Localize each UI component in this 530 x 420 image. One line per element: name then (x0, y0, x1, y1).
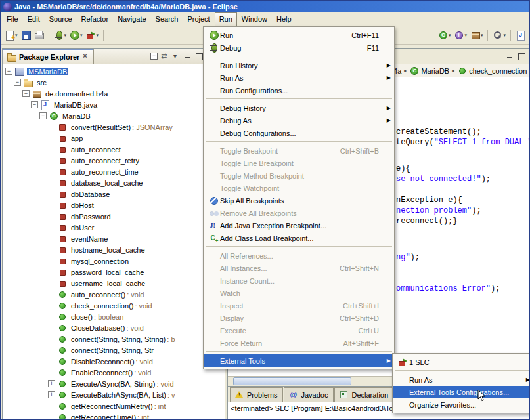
tree-item-dbhost[interactable]: dbHost (3, 200, 225, 211)
tree-item-executeasync-ba-string[interactable]: +ExecuteASync(BA, String) : void (3, 378, 225, 389)
menubar-item-edit[interactable]: Edit (23, 12, 45, 26)
menu-item-debug-history[interactable]: Debug History▶ (204, 102, 393, 114)
menu-item-instance-count[interactable]: Instance Count... (204, 274, 393, 287)
menubar-item-project[interactable]: Project (183, 12, 214, 26)
external-tools-button[interactable]: ▾ (85, 28, 100, 42)
menu-item-display[interactable]: DisplayCtrl+Shift+D (204, 312, 393, 324)
menu-item-add-class-load-breakpoint[interactable]: Add Class Load Breakpoint... (204, 232, 393, 244)
tree-item-auto-reconnect-time[interactable]: auto_reconnect_time (3, 166, 225, 177)
maximize-view-icon[interactable] (194, 51, 204, 61)
menu-item-toggle-line-breakpoint[interactable]: Toggle Line Breakpoint (204, 157, 393, 169)
menubar-item-run[interactable]: Run (215, 12, 237, 26)
menu-item-remove-all-breakpoints[interactable]: Remove All Breakpoints (204, 207, 393, 219)
maximize-editor-icon[interactable] (516, 51, 526, 61)
menubar-item-refactor[interactable]: Refactor (77, 12, 114, 26)
tree-item-check-connection[interactable]: check_connection() : void (3, 300, 225, 311)
run-button[interactable]: ▾ (68, 28, 84, 42)
new-package-button[interactable]: ▾ (469, 28, 485, 42)
menubar-item-help[interactable]: Help (272, 12, 296, 26)
console-tab-problems[interactable]: Problems (230, 387, 283, 402)
tree-item-hostname-local-cache[interactable]: hostname_local_cache (3, 244, 225, 255)
tree-item-getreconnecttime[interactable]: getReconnectTime() : int (3, 411, 225, 419)
menu-item-run-history[interactable]: Run History▶ (204, 59, 393, 72)
expand-expander-icon[interactable]: + (48, 391, 55, 398)
new-class-button[interactable]: ▾ (437, 28, 453, 42)
collapse-expander-icon[interactable]: − (22, 90, 30, 97)
tree-item-password-local-cache[interactable]: password_local_cache (3, 266, 225, 278)
search-button[interactable]: ▾ (491, 28, 507, 42)
tree-item-connect-string-string-string[interactable]: connect(String, String, String) : b (3, 333, 225, 345)
tree-item-mysql-connection[interactable]: mysql_connection (3, 255, 225, 266)
menu-item-toggle-watchpoint[interactable]: Toggle Watchpoint (204, 182, 393, 194)
menubar-item-navigate[interactable]: Navigate (113, 12, 150, 26)
menu-item-run[interactable]: RunCtrl+F11 (204, 29, 393, 41)
tree-item-dbpassword[interactable]: dbPassword (3, 211, 225, 222)
menu-item-toggle-method-breakpoint[interactable]: Toggle Method Breakpoint (204, 169, 393, 182)
tree-item-executebatchasync-ba-list[interactable]: +ExecuteBatchASync(BA, List) : v (3, 389, 225, 400)
menu-item-external-tools-configurations[interactable]: External Tools Configurations... (393, 386, 530, 398)
menu-item-organize-favorites[interactable]: Organize Favorites... (393, 398, 530, 411)
collapse-expander-icon[interactable]: − (31, 101, 38, 108)
console-tab-javadoc[interactable]: Javadoc (284, 387, 334, 402)
tree-item-mariadb-java[interactable]: −MariaDB.java (3, 99, 225, 110)
tree-item-de-donmanfred-b4a[interactable]: −de.donmanfred.b4a (3, 88, 225, 99)
menu-item-add-java-exception-breakpoint[interactable]: Add Java Exception Breakpoint... (204, 219, 393, 232)
tree-item-convert-resultset[interactable]: convert(ResultSet) : JSONArray (3, 121, 225, 133)
breadcrumb-item-check-connection[interactable]: check_connection (457, 66, 527, 75)
titlebar[interactable]: Java - MSMariaDB/src/de/donmanfred/b4a/M… (1, 1, 529, 12)
scrollbar-thumb[interactable] (233, 377, 351, 385)
menubar-item-source[interactable]: Source (45, 12, 77, 26)
menu-item-watch[interactable]: Watch (204, 287, 393, 299)
tree-item-dbdatabase[interactable]: dbDatabase (3, 188, 225, 200)
new-wizard-button[interactable]: ▾ (3, 28, 19, 42)
print-button[interactable] (33, 28, 45, 42)
tree-item-database-local-cache[interactable]: database_local_cache (3, 177, 225, 188)
expand-expander-icon[interactable]: + (48, 380, 55, 387)
tree-item-msmariadb[interactable]: −MSMariaDB (3, 66, 225, 77)
view-menu-icon[interactable] (171, 51, 181, 61)
menu-item-run-configurations[interactable]: Run Configurations... (204, 84, 393, 96)
collapse-expander-icon[interactable]: − (39, 112, 47, 119)
tree-item-auto-reconnect[interactable]: auto_reconnect() : void (3, 289, 225, 300)
tree-item-dbuser[interactable]: dbUser (3, 222, 225, 233)
tree-item-close[interactable]: close() : boolean (3, 311, 225, 322)
menu-item-execute[interactable]: ExecuteCtrl+U (204, 324, 393, 337)
minimize-editor-icon[interactable] (505, 51, 515, 61)
tree-item-enablereconnect[interactable]: EnableReconnect() : void (3, 367, 225, 378)
collapse-expander-icon[interactable]: − (5, 68, 12, 75)
menu-item-skip-all-breakpoints[interactable]: Skip All Breakpoints (204, 194, 393, 207)
breadcrumb-item-mariadb[interactable]: MariaDB (409, 66, 449, 75)
tree-item-app[interactable]: app (3, 133, 225, 144)
java-file-button[interactable] (514, 28, 527, 42)
save-button[interactable] (20, 28, 32, 42)
tree-item-auto-reconnect-retry[interactable]: auto_reconnect_retry (3, 155, 225, 166)
menubar-item-window[interactable]: Window (237, 12, 272, 26)
menu-item-debug-configurations[interactable]: Debug Configurations... (204, 127, 393, 139)
menu-item-all-references[interactable]: All References... (204, 249, 393, 262)
new-interface-button[interactable]: ▾ (453, 28, 468, 42)
tree-item-eventname[interactable]: eventName (3, 233, 225, 244)
menubar-item-search[interactable]: Search (151, 12, 183, 26)
tree-item-username-local-cache[interactable]: username_local_cache (3, 278, 225, 289)
tree-item-disablereconnect[interactable]: DisableReconnect() : void (3, 356, 225, 367)
tree-item-connect-string-string-str[interactable]: connect(String, String, Str (3, 345, 225, 356)
link-with-editor-icon[interactable] (160, 51, 170, 61)
tree-item-auto-reconnect[interactable]: auto_reconnect (3, 144, 225, 155)
tree-item-getreconnectnumretry[interactable]: getReconnectNumRetry() : int (3, 400, 225, 411)
menu-item-1-slc[interactable]: 1 SLC (393, 356, 530, 368)
tree-item-src[interactable]: −src (3, 77, 225, 88)
collapse-expander-icon[interactable]: − (14, 79, 21, 86)
menu-item-toggle-breakpoint[interactable]: Toggle BreakpointCtrl+Shift+B (204, 144, 393, 157)
menu-item-debug-as[interactable]: Debug As▶ (204, 114, 393, 127)
package-explorer-tab[interactable]: Package Explorer (3, 49, 94, 64)
debug-button[interactable]: ▾ (53, 28, 68, 42)
tree-item-mariadb[interactable]: −MariaDB (3, 110, 225, 121)
menu-item-inspect[interactable]: InspectCtrl+Shift+I (204, 299, 393, 312)
menu-item-force-return[interactable]: Force ReturnAlt+Shift+F (204, 337, 393, 349)
menu-item-run-as[interactable]: Run As▶ (204, 72, 393, 84)
close-view-icon[interactable] (82, 53, 89, 60)
menu-item-debug[interactable]: DebugF11 (204, 41, 393, 54)
menu-item-external-tools[interactable]: External Tools▶ (204, 354, 393, 367)
menu-item-run-as[interactable]: Run As▶ (393, 373, 530, 386)
console-tab-declaration[interactable]: Declaration (334, 387, 394, 402)
